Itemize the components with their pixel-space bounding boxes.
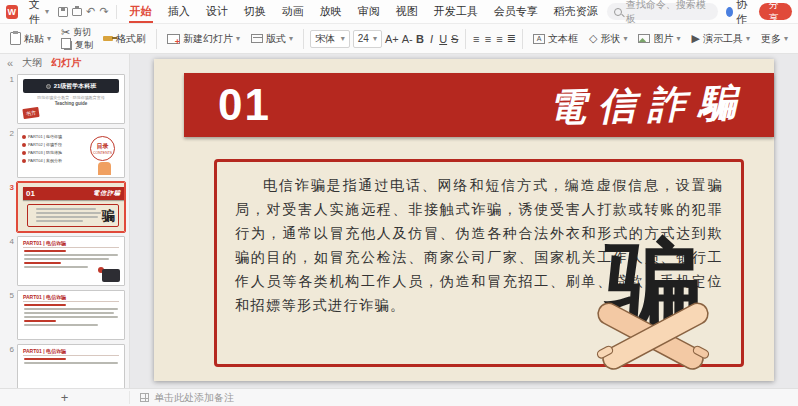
search-placeholder: 查找命令、搜索模板 [626,0,711,26]
align-left-button[interactable]: ≡ [472,33,481,45]
layout-button[interactable]: 版式 ▾ [247,30,297,48]
font-name-select[interactable]: 宋体 ▾ [310,30,350,48]
tab-home[interactable]: 开始 [123,0,159,23]
tab-outline[interactable]: 大纲 [22,56,42,70]
ribbon-toolbar: 粘贴 ▾ ✂ 剪切 复制 格式刷 新建幻灯片 ▾ 版式 ▾ [0,24,798,54]
search-input[interactable]: 查找命令、搜索模板 [607,3,718,20]
cut-button[interactable]: ✂ 剪切 [58,26,96,38]
tab-insert[interactable]: 插入 [161,0,197,23]
divider [303,29,304,49]
font-size-select[interactable]: 24 ▾ [353,30,382,48]
tab-transition[interactable]: 切换 [237,0,273,23]
mini-banner: 01 電信詐騙 [23,187,124,200]
bomb-icon [46,84,51,89]
tab-review[interactable]: 审阅 [351,0,387,23]
slide-thumbnail-5[interactable]: PART01 | 电信诈骗 [17,290,125,340]
chevron-down-icon: ▾ [236,35,240,43]
cartoon-figure [98,162,111,175]
list-item: 3 01 電信詐騙 骗 [0,182,125,232]
wps-presentation-app: W 文件 ▾ ↶ ↷ 开始 插入 设计 切换 动画 放映 审阅 视图 开发工具 … [0,0,798,406]
list-item: 6 PART01 | 电信诈骗 [0,344,125,388]
demo-tools-button[interactable]: ▶ 演示工具 ▾ [687,30,753,48]
collab-label: 协作 [736,0,751,27]
divider [116,5,117,19]
decrease-font-button[interactable]: A- [402,33,413,45]
play-icon: ▶ [691,33,699,44]
chevron-down-icon: ▾ [623,35,627,43]
more-button[interactable]: 更多 ▾ [757,30,792,48]
cover-title-bar: 21级哲学本科班 [23,79,119,93]
chevron-down-icon: ▾ [47,35,51,43]
search-icon [614,8,622,16]
redo-icon[interactable]: ↷ [99,5,108,18]
list-item: 5 PART01 | 电信诈骗 [0,290,125,340]
collapse-panel-icon[interactable]: « [7,57,13,69]
tab-design[interactable]: 设计 [199,0,235,23]
section-title-calligraphy: 電信詐騙 [547,77,748,133]
underline-button[interactable]: U [439,33,448,45]
slide-thumbnail-4[interactable]: PART01 | 电信诈骗 [17,236,125,286]
tab-slides[interactable]: 幻灯片 [51,56,81,70]
notes-bar[interactable]: 单击此处添加备注 [130,391,234,405]
tab-member[interactable]: 会员专享 [487,0,545,23]
shape-button[interactable]: ◇ 形状 ▾ [585,30,631,48]
chevron-down-icon: ▾ [373,35,377,43]
file-menu[interactable]: 文件 ▾ [23,2,55,22]
tab-animation[interactable]: 动画 [275,0,311,23]
paste-button[interactable]: 粘贴 ▾ [6,30,55,48]
new-slide-button[interactable]: 新建幻灯片 ▾ [163,30,244,48]
strikethrough-button[interactable]: S [450,33,459,45]
collab-button[interactable]: 协作 [726,0,751,27]
chevron-down-icon: ▾ [784,35,788,43]
add-slide-button[interactable]: + [51,391,79,404]
tab-devtools[interactable]: 开发工具 [427,0,485,23]
chevron-down-icon: ▾ [45,8,49,16]
notes-placeholder: 单击此处添加备注 [154,391,234,405]
slide-panel-header: « 大纲 幻灯片 [0,54,129,72]
menu-bar: W 文件 ▾ ↶ ↷ 开始 插入 设计 切换 动画 放映 审阅 视图 开发工具 … [0,0,798,24]
save-icon[interactable] [58,5,68,18]
chevron-down-icon: ▾ [289,35,293,43]
slide-number: 1 [0,74,14,124]
list-item: 4 PART01 | 电信诈骗 [0,236,125,286]
align-center-button[interactable]: ≡ [484,33,493,45]
italic-button[interactable]: I [427,33,436,45]
textbox-button[interactable]: A 文本框 [529,30,582,48]
undo-icon[interactable]: ↶ [86,5,95,18]
slide-number: 5 [0,290,14,340]
slide-thumbnail-2[interactable]: PART01 | 电信诈骗 PART02 | 诈骗手段 PART03 | 防范措… [17,128,125,178]
notes-grid-icon [140,393,149,402]
print-icon[interactable] [72,5,82,18]
bullet-icon [22,135,26,139]
crossed-hands-illustration[interactable] [590,297,716,379]
align-right-button[interactable]: ≡ [495,33,504,45]
new-slide-icon [167,34,180,44]
list-item: 1 21级哲学本科班 防范诈骗安全教育 · 防范诈骗教育宣传 Teaching … [0,74,125,124]
slide-thumbnail-1[interactable]: 21级哲学本科班 防范诈骗安全教育 · 防范诈骗教育宣传 Teaching gu… [17,74,125,124]
slide-canvas[interactable]: 01 電信詐騙 电信诈骗是指通过电话、网络和短信方式，编造虚假信息，设置骗局，对… [130,54,798,388]
slide-thumbnail-6[interactable]: PART01 | 电信诈骗 [17,344,125,388]
share-button[interactable]: 分享 [759,3,792,20]
chevron-down-icon: ▾ [746,35,750,43]
picture-button[interactable]: 图片 ▾ [634,30,684,48]
collab-icon [726,7,733,17]
copy-button[interactable]: 复制 [58,39,96,51]
tab-view[interactable]: 视图 [389,0,425,23]
slide-number: 4 [0,236,14,286]
divider [465,29,466,49]
bold-button[interactable]: B [416,33,425,45]
picture-icon [638,34,650,43]
slide-thumbnail-3-selected[interactable]: 01 電信詐騙 骗 [17,182,125,232]
line-spacing-button[interactable]: ≣ [507,32,516,45]
divider [522,29,523,49]
wps-logo: W [6,5,18,19]
bullet-icon [22,151,26,155]
slide-banner[interactable]: 01 電信詐騙 [184,73,774,137]
format-painter-button[interactable]: 格式刷 [99,30,150,48]
current-slide[interactable]: 01 電信詐騙 电信诈骗是指通过电话、网络和短信方式，编造虚假信息，设置骗局，对… [154,59,774,381]
tab-docer[interactable]: 稻壳资源 [547,0,605,23]
slide-number: 3 [0,182,14,232]
scissors-icon: ✂ [61,27,70,38]
tab-slideshow[interactable]: 放映 [313,0,349,23]
increase-font-button[interactable]: A+ [385,33,399,45]
